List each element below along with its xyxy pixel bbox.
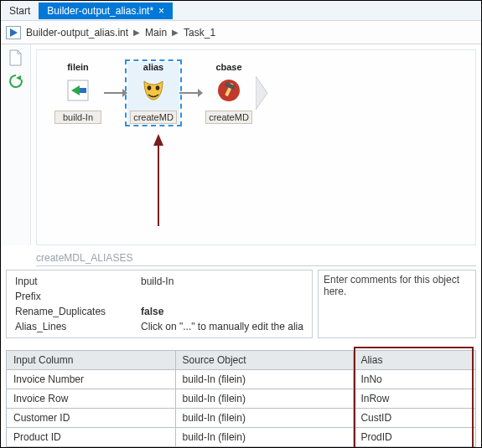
col-header-alias[interactable]: Alias <box>354 351 476 370</box>
cell-input: Invoice Number <box>7 370 176 389</box>
node-cbase-label: createMD <box>205 111 252 124</box>
document-icon[interactable] <box>8 49 24 66</box>
close-icon[interactable]: × <box>158 5 164 17</box>
mask-icon <box>127 74 179 107</box>
node-filein-title: filein <box>52 62 104 72</box>
node-alias-title: alias <box>127 62 179 72</box>
col-header-input[interactable]: Input Column <box>7 351 176 370</box>
section-header: createMDL_ALIASES <box>36 252 476 266</box>
breadcrumb: Builder-output_alias.int ▶ Main ▶ Task_1 <box>1 21 481 44</box>
svg-marker-17 <box>153 134 163 146</box>
crumb-file[interactable]: Builder-output_alias.int <box>26 27 128 39</box>
col-header-source[interactable]: Source Object <box>175 351 354 370</box>
svg-marker-2 <box>16 75 21 80</box>
tab-active[interactable]: Builder-output_alias.int* × <box>39 3 173 19</box>
crumb-task[interactable]: Task_1 <box>184 27 215 39</box>
flow-end-cap <box>255 76 272 110</box>
properties-panel: Input build-In Prefix Rename_Duplicates … <box>6 270 313 338</box>
flow-canvas[interactable]: filein build-In alias createMD <box>36 49 476 245</box>
cell-alias[interactable]: InRow <box>354 389 476 409</box>
cell-source: build-In (filein) <box>175 389 354 409</box>
cell-alias[interactable]: InNo <box>354 370 476 389</box>
node-alias[interactable]: alias createMD <box>127 62 179 124</box>
prop-val: false <box>141 306 303 317</box>
chevron-right-icon: ▶ <box>172 28 179 37</box>
prop-row-prefix[interactable]: Prefix <box>7 289 312 304</box>
prop-val <box>141 291 303 302</box>
refresh-icon[interactable] <box>8 73 24 90</box>
tab-start[interactable]: Start <box>1 3 39 19</box>
prop-val: build-In <box>141 275 303 287</box>
tab-strip: Start Builder-output_alias.int* × <box>1 1 481 21</box>
cell-input: Product ID <box>7 428 176 447</box>
prop-key: Alias_Lines <box>15 321 141 332</box>
cell-alias[interactable]: CustID <box>354 409 476 428</box>
file-in-icon <box>52 74 104 107</box>
node-cbase[interactable]: cbase createMD <box>203 62 255 124</box>
svg-marker-15 <box>256 76 267 110</box>
prop-key: Rename_Duplicates <box>15 306 141 317</box>
table-row[interactable]: Product ID build-In (filein) ProdID <box>7 428 476 447</box>
chevron-right-icon: ▶ <box>133 28 140 37</box>
prop-key: Prefix <box>15 291 141 302</box>
node-filein[interactable]: filein build-In <box>52 62 104 124</box>
comments-placeholder: Enter comments for this object here. <box>324 274 459 297</box>
node-cbase-title: cbase <box>203 62 255 72</box>
node-alias-label: createMD <box>130 111 177 124</box>
prop-row-rename-duplicates[interactable]: Rename_Duplicates false <box>7 304 312 319</box>
table-row[interactable]: Invoice Number build-In (filein) InNo <box>7 370 476 389</box>
prop-row-alias-lines[interactable]: Alias_Lines Click on "..." to manually e… <box>7 319 312 334</box>
run-icon[interactable] <box>6 26 21 39</box>
prop-key: Input <box>15 275 141 287</box>
table-row[interactable]: Customer ID build-In (filein) CustID <box>7 409 476 428</box>
node-filein-label: build-In <box>54 111 101 124</box>
table-row[interactable]: Invoice Row build-In (filein) InRow <box>7 389 476 409</box>
prop-val: Click on "..." to manually edit the alia <box>141 321 303 332</box>
cell-source: build-In (filein) <box>175 428 354 447</box>
connector <box>179 76 203 110</box>
tab-start-label: Start <box>9 5 30 17</box>
alias-grid-wrap: Input Column Source Object Alias Invoice… <box>6 350 476 448</box>
comments-panel[interactable]: Enter comments for this object here. <box>318 270 476 338</box>
cell-input: Invoice Row <box>7 389 176 409</box>
side-gutter <box>1 44 31 245</box>
connector <box>104 76 127 110</box>
svg-rect-5 <box>80 88 86 93</box>
prop-row-input[interactable]: Input build-In <box>7 274 312 289</box>
crumb-main[interactable]: Main <box>145 27 167 39</box>
cell-alias[interactable]: ProdID <box>354 428 476 447</box>
cell-source: build-In (filein) <box>175 370 354 389</box>
cell-input: Customer ID <box>7 409 176 428</box>
svg-point-8 <box>148 85 152 90</box>
svg-point-9 <box>156 85 160 90</box>
cell-source: build-In (filein) <box>175 409 354 428</box>
alias-grid[interactable]: Input Column Source Object Alias Invoice… <box>6 350 476 448</box>
tab-active-label: Builder-output_alias.int* <box>47 5 153 17</box>
hammer-icon <box>203 74 255 107</box>
annotation-arrow <box>150 134 167 229</box>
